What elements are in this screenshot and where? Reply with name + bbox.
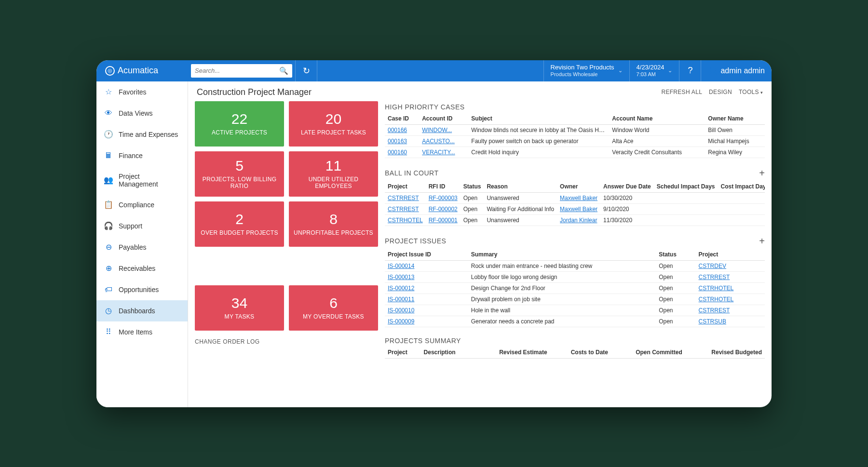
column-header[interactable]: Open Committed [611,347,685,359]
sidebar-item-time-and-expenses[interactable]: 🕐Time and Expenses [96,124,188,145]
column-header[interactable]: Case ID [385,113,419,125]
search-box[interactable]: 🔍 [191,64,292,78]
column-header[interactable]: Revised Budgeted [685,347,765,359]
case-link[interactable]: 000166 [388,127,407,133]
column-header[interactable]: Description [421,347,474,359]
column-header[interactable]: Reason [484,181,557,193]
table-row[interactable]: IS-000014Rock under main entrance - need… [385,260,765,271]
project-link[interactable]: CSTRHOTEL [699,285,734,292]
rfi-link[interactable]: RF-000003 [429,195,458,201]
table-row[interactable]: 000166WINDOW...Window blinds not secure … [385,124,765,135]
project-link[interactable]: CSTRSUB [699,318,726,325]
tools-button[interactable]: TOOLS [739,89,763,95]
table-row[interactable]: CSTRRESTRF-000002OpenWaiting For Additio… [385,203,765,214]
case-link[interactable]: 000163 [388,138,407,145]
sidebar-item-support[interactable]: 🎧Support [96,215,188,237]
sidebar-item-project-management[interactable]: 👥Project Management [96,166,188,194]
rfi-link[interactable]: RF-000002 [429,206,458,213]
refresh-icon[interactable]: ↻ [296,60,317,81]
kpi-tile[interactable]: 8UNPROFITABLE PROJECTS [289,201,378,247]
column-header[interactable]: Status [461,181,484,193]
project-link[interactable]: CSTRREST [388,195,419,201]
cell: Window World [609,124,705,135]
issue-link[interactable]: IS-000010 [388,307,414,314]
column-header[interactable]: RFI ID [426,181,461,193]
project-link[interactable]: CSTRHOTEL [388,217,423,224]
table-row[interactable]: CSTRHOTELRF-000001OpenUnansweredJordan K… [385,214,765,226]
case-link[interactable]: 000160 [388,149,407,156]
sidebar-item-favorites[interactable]: ☆Favorites [96,81,188,103]
project-link[interactable]: CSTRHOTEL [699,296,734,303]
column-header[interactable]: Owner [557,181,600,193]
column-header[interactable]: Status [656,249,695,261]
column-header[interactable]: Account ID [419,113,468,125]
kpi-tile[interactable]: 34MY TASKS [195,285,284,331]
column-header[interactable]: Costs to Date [550,347,611,359]
column-header[interactable]: Subject [468,113,609,125]
account-link[interactable]: VERACITY... [422,149,455,156]
project-link[interactable]: CSTRREST [699,307,730,314]
search-icon[interactable]: 🔍 [279,67,288,75]
sidebar-item-more-items[interactable]: ⠿More Items [96,321,188,343]
help-icon[interactable]: ? [679,60,701,81]
sidebar-item-finance[interactable]: 🖩Finance [96,145,188,166]
kpi-tile[interactable]: 2OVER BUDGET PROJECTS [195,201,284,247]
issue-link[interactable]: IS-000009 [388,318,414,325]
sidebar-item-payables[interactable]: ⊖Payables [96,237,188,258]
issue-link[interactable]: IS-000014 [388,263,414,269]
column-header[interactable]: Project Issue ID [385,249,468,261]
sidebar-item-label: Receivables [119,265,155,272]
issue-link[interactable]: IS-000011 [388,296,414,303]
owner-link[interactable]: Maxwell Baker [560,195,597,201]
column-header[interactable]: Project [385,347,421,359]
owner-link[interactable]: Jordan Kinlear [560,217,597,224]
column-header[interactable]: Revised Estimate [474,347,550,359]
column-header[interactable]: Project [696,249,765,261]
table-row[interactable]: CSTRRESTRF-000003OpenUnansweredMaxwell B… [385,192,765,203]
sidebar-item-dashboards[interactable]: ◷Dashboards [96,300,188,321]
brand[interactable]: ◎ Acumatica [96,66,188,76]
column-header[interactable]: Schedul Impact Days [654,181,718,193]
table-row[interactable]: IS-000012Design Change for 2nd FloorOpen… [385,282,765,294]
table-row[interactable]: IS-000010Hole in the wallOpenCSTRREST [385,305,765,316]
project-link[interactable]: CSTRREST [388,206,419,213]
column-header[interactable]: Summary [468,249,656,261]
cell: Open [656,316,695,327]
company-selector[interactable]: Revision Two Products Products Wholesale… [544,60,629,81]
add-icon[interactable]: + [759,236,765,247]
table-row[interactable]: IS-000011Drywall problem on job siteOpen… [385,294,765,305]
sidebar-item-receivables[interactable]: ⊕Receivables [96,258,188,279]
kpi-tile[interactable]: 5PROJECTS, LOW BILLING RATIO [195,151,284,197]
add-icon[interactable]: + [759,168,765,179]
table-row[interactable]: 000163AACUSTO...Faulty power switch on b… [385,135,765,147]
column-header[interactable]: Cost Impact Days [718,181,765,193]
user-menu[interactable]: 👤 admin admin [701,66,772,75]
kpi-tile[interactable]: 6MY OVERDUE TASKS [289,285,378,331]
column-header[interactable]: Account Name [609,113,705,125]
sidebar-item-data-views[interactable]: 👁Data Views [96,103,188,124]
column-header[interactable]: Project [385,181,426,193]
sidebar-item-opportunities[interactable]: 🏷Opportunities [96,279,188,300]
project-link[interactable]: CSTRDEV [699,263,726,269]
date-selector[interactable]: 4/23/2024 7:03 AM ⌄ [630,60,679,81]
account-link[interactable]: AACUSTO... [422,138,455,145]
owner-link[interactable]: Maxwell Baker [560,206,597,213]
column-header[interactable]: Answer Due Date [600,181,654,193]
kpi-tile[interactable]: 22ACTIVE PROJECTS [195,101,284,147]
kpi-tile[interactable]: 20LATE PROJECT TASKS [289,101,378,147]
refresh-all-button[interactable]: REFRESH ALL [661,89,702,95]
table-row[interactable]: IS-000009Generator needs a concrete padO… [385,316,765,327]
sidebar-item-label: More Items [119,328,152,336]
design-button[interactable]: DESIGN [709,89,732,95]
issue-link[interactable]: IS-000013 [388,274,414,280]
account-link[interactable]: WINDOW... [422,127,452,133]
table-row[interactable]: IS-000013Lobby floor tile logo wrong des… [385,271,765,282]
project-link[interactable]: CSTRREST [699,274,730,280]
search-input[interactable] [195,67,279,74]
sidebar-item-compliance[interactable]: 📋Compliance [96,194,188,215]
table-row[interactable]: 000160VERACITY...Credit Hold inquiryVera… [385,147,765,158]
issue-link[interactable]: IS-000012 [388,285,414,292]
column-header[interactable]: Owner Name [705,113,765,125]
kpi-tile[interactable]: 11UNDER UTILIZED EMPLOYEES [289,151,378,197]
rfi-link[interactable]: RF-000001 [429,217,458,224]
